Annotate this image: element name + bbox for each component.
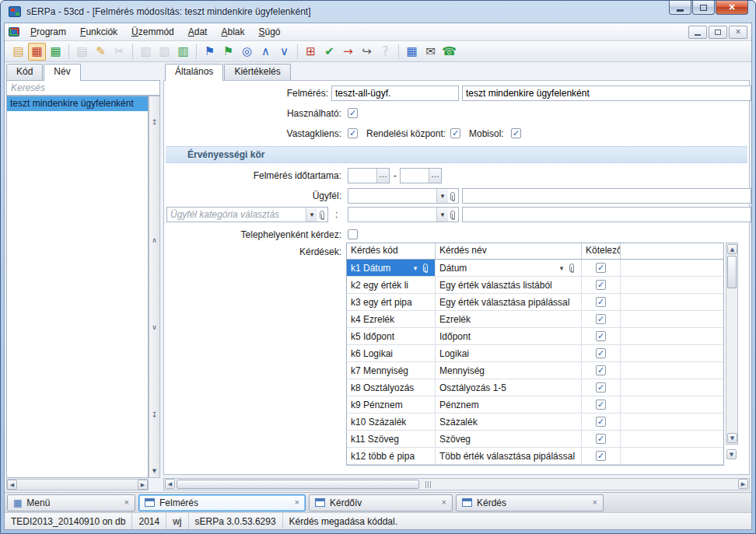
- category-name-input[interactable]: [462, 207, 751, 222]
- tab-kod[interactable]: Kód: [6, 64, 43, 80]
- tab-nev[interactable]: Név: [44, 64, 80, 81]
- table-row[interactable]: k12 több é pipaTöbb érték választása pip…: [347, 448, 723, 465]
- required-checkbox[interactable]: [596, 434, 606, 444]
- table-row[interactable]: k8 OsztályozásOsztályozás 1-5: [347, 379, 723, 396]
- required-checkbox[interactable]: [596, 297, 606, 307]
- menu-item-program[interactable]: Program: [24, 25, 72, 39]
- scroll-down-icon[interactable]: [727, 433, 737, 443]
- table-row[interactable]: k5 IdőpontIdőpont: [347, 328, 723, 345]
- scroll-down-icon[interactable]: [149, 466, 159, 475]
- paperclip-icon[interactable]: [569, 264, 574, 272]
- export-icon[interactable]: ▥: [174, 43, 192, 61]
- menu-item-sugo[interactable]: Súgó: [252, 25, 286, 39]
- help-icon[interactable]: ?: [376, 43, 394, 61]
- customer-name-input[interactable]: [462, 188, 751, 204]
- survey-name-input[interactable]: [462, 86, 751, 101]
- minimize-button[interactable]: [669, 1, 691, 15]
- question-name-cell[interactable]: Szöveg: [436, 431, 582, 447]
- question-name-cell[interactable]: Egy érték választása pipálással: [436, 294, 582, 310]
- close-icon[interactable]: [593, 498, 597, 507]
- paperclip-icon[interactable]: [450, 192, 455, 201]
- close-icon[interactable]: [442, 498, 446, 507]
- customer-category-combo[interactable]: Ügyfél kategória választás: [166, 207, 328, 222]
- mdi-close-button[interactable]: [729, 26, 747, 39]
- table-row[interactable]: k11 SzövegSzöveg: [347, 431, 723, 448]
- validate-icon[interactable]: ✔: [320, 43, 338, 61]
- question-code-cell[interactable]: k12 több é pipa: [347, 448, 436, 464]
- search-input[interactable]: [6, 80, 160, 96]
- new-record-icon[interactable]: ▦: [47, 43, 65, 61]
- scroll-down-icon[interactable]: ∨: [275, 43, 293, 61]
- pin-green-icon[interactable]: ⚑: [219, 43, 237, 61]
- window-tab-kerdes[interactable]: Kérdés: [456, 494, 604, 511]
- ordercenter-checkbox[interactable]: [450, 128, 460, 138]
- duration-to-field[interactable]: [400, 168, 442, 183]
- question-name-cell[interactable]: Logikai: [436, 345, 582, 361]
- edit-record-icon[interactable]: ▦: [28, 43, 46, 61]
- required-checkbox[interactable]: [596, 400, 606, 410]
- scroll-right-icon[interactable]: [138, 480, 148, 490]
- window-tab-kerdoiv[interactable]: Kérdőív: [309, 494, 453, 511]
- pin-blue-icon[interactable]: ⚑: [201, 43, 219, 61]
- table-vscrollbar[interactable]: [726, 243, 738, 445]
- close-icon[interactable]: [124, 498, 129, 507]
- menu-item-ablak[interactable]: Ablak: [215, 25, 250, 39]
- chevron-down-icon[interactable]: [306, 208, 317, 222]
- form-hscrollbar[interactable]: [163, 478, 750, 490]
- table-row[interactable]: k6 LogikaiLogikai: [347, 345, 723, 362]
- question-code-cell[interactable]: k3 egy ért pipa: [347, 294, 436, 310]
- table-row[interactable]: k3 egy ért pipaEgy érték választása pipá…: [347, 294, 723, 311]
- required-checkbox[interactable]: [596, 314, 606, 324]
- ellipsis-button[interactable]: [429, 169, 441, 183]
- thickclient-checkbox[interactable]: [348, 128, 358, 138]
- menu-item-funkciok[interactable]: Funkciók: [74, 25, 124, 39]
- chevron-down-icon[interactable]: [410, 264, 421, 272]
- list-vscrollbar[interactable]: [149, 96, 160, 478]
- table-row[interactable]: k10 SzázalékSzázalék: [347, 414, 723, 431]
- scroll-left-icon[interactable]: [7, 480, 17, 490]
- table-row[interactable]: k2 egy érték liEgy érték választás listá…: [347, 277, 723, 294]
- question-name-cell[interactable]: Mennyiség: [436, 362, 582, 379]
- question-name-cell[interactable]: Időpont: [436, 328, 582, 344]
- properties-icon[interactable]: ✎: [92, 43, 110, 61]
- question-name-cell[interactable]: Pénznem: [436, 396, 582, 413]
- chevron-down-icon[interactable]: [436, 208, 448, 222]
- usable-checkbox[interactable]: [348, 108, 358, 118]
- page-up-icon[interactable]: [149, 236, 159, 244]
- titlebar[interactable]: sERPa - 53cd - [Felmérés módosítás: tesz…: [1, 1, 755, 23]
- scroll-thumb[interactable]: [177, 480, 419, 489]
- scroll-up-icon[interactable]: ∧: [257, 43, 275, 61]
- question-code-cell[interactable]: k9 Pénznem: [347, 396, 436, 413]
- survey-code-input[interactable]: [331, 86, 459, 101]
- duration-to-value[interactable]: [401, 169, 429, 183]
- required-checkbox[interactable]: [596, 365, 606, 375]
- required-checkbox[interactable]: [596, 263, 606, 273]
- mail-icon[interactable]: ✉: [422, 43, 439, 61]
- print-icon[interactable]: ▤: [73, 43, 91, 61]
- question-name-cell[interactable]: Dátum: [436, 260, 582, 276]
- table-row[interactable]: k7 MennyiségMennyiség: [347, 362, 723, 379]
- maximize-button[interactable]: [692, 1, 715, 15]
- question-name-cell[interactable]: Egy érték választás listából: [436, 277, 582, 293]
- tab-altalanos[interactable]: Általános: [165, 64, 223, 81]
- required-checkbox[interactable]: [596, 451, 606, 461]
- scroll-right-icon[interactable]: [738, 479, 748, 489]
- question-code-cell[interactable]: k7 Mennyiség: [347, 362, 436, 379]
- menu-item-uzemmod[interactable]: Üzemmód: [125, 25, 180, 39]
- chevron-down-icon[interactable]: [556, 264, 567, 272]
- duration-from-value[interactable]: [348, 169, 376, 183]
- mdi-minimize-button[interactable]: [688, 26, 707, 39]
- exit-record-icon[interactable]: →: [339, 43, 357, 61]
- list-item[interactable]: teszt mindenkire ügyfelenként: [7, 96, 148, 111]
- question-code-cell[interactable]: k1 Dátum: [347, 260, 436, 276]
- cut-icon[interactable]: ✂: [110, 43, 128, 61]
- next-record-button[interactable]: [726, 449, 737, 459]
- close-window-icon[interactable]: ↪: [358, 43, 376, 61]
- scroll-top-icon[interactable]: [149, 118, 159, 126]
- scroll-bottom-icon[interactable]: [149, 411, 159, 419]
- paperclip-icon[interactable]: [320, 211, 324, 219]
- scroll-left-icon[interactable]: [165, 479, 175, 489]
- add-question-icon[interactable]: ⊞: [302, 43, 320, 61]
- paperclip-icon[interactable]: [423, 264, 428, 272]
- paste-icon[interactable]: ▥: [156, 43, 173, 61]
